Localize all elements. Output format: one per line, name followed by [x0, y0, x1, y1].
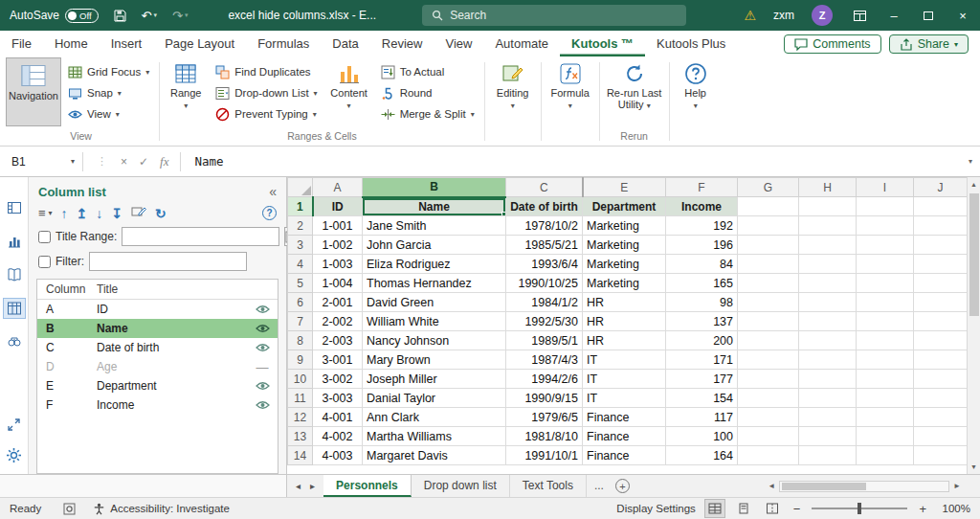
row-header[interactable]: 5: [288, 274, 313, 293]
cell-empty[interactable]: [914, 389, 968, 408]
cell[interactable]: Danial Taylor: [363, 389, 506, 408]
normal-view-button[interactable]: [705, 500, 724, 517]
eye-icon[interactable]: [247, 400, 278, 410]
cell[interactable]: 1990/10/25: [506, 274, 583, 293]
autosave-switch[interactable]: Off: [65, 9, 99, 23]
editing-button[interactable]: Editing ▾: [488, 57, 538, 126]
row-header[interactable]: 13: [288, 427, 313, 446]
cell-empty[interactable]: [857, 255, 914, 274]
row-header[interactable]: 12: [288, 408, 313, 427]
tab-formulas[interactable]: Formulas: [246, 32, 321, 56]
cell-empty[interactable]: [738, 350, 799, 370]
hidden-dash-icon[interactable]: —: [247, 360, 278, 374]
expand-pane-icon[interactable]: [4, 415, 25, 434]
cell[interactable]: Eliza Rodriguez: [363, 255, 506, 274]
tab-file[interactable]: File: [0, 32, 43, 56]
cell[interactable]: HR: [583, 331, 666, 350]
move-to-bottom-button[interactable]: ↧: [111, 206, 122, 221]
column-header-B[interactable]: B: [363, 178, 506, 197]
avatar[interactable]: Z: [812, 5, 833, 26]
cell[interactable]: 1981/8/10: [506, 427, 583, 446]
cell[interactable]: Jane Smith: [363, 216, 506, 236]
column-header-F[interactable]: F: [666, 178, 738, 197]
cell[interactable]: 1978/10/2: [506, 216, 583, 236]
sheet-tab-personnels[interactable]: Personnels: [323, 475, 412, 497]
cell-empty[interactable]: [738, 370, 799, 389]
cell-empty[interactable]: [914, 293, 968, 312]
undo-button[interactable]: ↶ ▾: [134, 0, 165, 31]
next-sheet-button[interactable]: ▸: [310, 481, 315, 491]
zoom-out-button[interactable]: −: [791, 502, 803, 516]
share-button[interactable]: Share ▾: [889, 34, 969, 54]
find-replace-icon[interactable]: [4, 332, 25, 351]
column-list-item-D[interactable]: D Age —: [37, 357, 278, 376]
cell-empty[interactable]: [738, 216, 799, 236]
display-settings-button[interactable]: Display Settings: [616, 503, 695, 514]
content-button[interactable]: Content ▾: [324, 57, 374, 126]
pane-help-button[interactable]: ?: [262, 206, 277, 220]
cell[interactable]: Marketing: [583, 236, 666, 255]
select-all-corner[interactable]: [288, 178, 313, 197]
cell-empty[interactable]: [799, 446, 857, 465]
scroll-right-icon[interactable]: ►: [949, 482, 965, 490]
cell-empty[interactable]: [857, 408, 914, 427]
cell-empty[interactable]: [799, 274, 857, 293]
horizontal-scrollbar[interactable]: ◄ ►: [764, 475, 980, 497]
column-list-item-A[interactable]: A ID: [37, 300, 278, 319]
cell[interactable]: 1987/4/3: [506, 350, 583, 370]
eye-icon[interactable]: [247, 381, 278, 391]
zoom-level[interactable]: 100%: [938, 503, 970, 514]
cell[interactable]: 1-001: [313, 216, 363, 236]
cell-B1-selected[interactable]: Name: [363, 197, 506, 216]
cell-empty[interactable]: [914, 236, 968, 255]
cell[interactable]: IT: [583, 350, 666, 370]
edit-range-button[interactable]: [131, 205, 146, 221]
cell-empty[interactable]: [738, 197, 799, 216]
cell[interactable]: Finance: [583, 427, 666, 446]
move-down-button[interactable]: ↓: [96, 206, 102, 221]
cell-empty[interactable]: [738, 312, 799, 331]
cell-empty[interactable]: [799, 427, 857, 446]
scroll-left-icon[interactable]: ◄: [764, 482, 779, 490]
column-list-item-C[interactable]: C Date of birth: [37, 338, 278, 357]
tab-data[interactable]: Data: [321, 32, 369, 56]
cell[interactable]: 100: [666, 427, 738, 446]
vertical-scrollbar[interactable]: ▲ ▼: [967, 177, 980, 474]
column-header-G[interactable]: G: [738, 178, 799, 197]
save-button[interactable]: [106, 0, 134, 31]
tab-view[interactable]: View: [434, 32, 483, 56]
horizontal-scroll-thumb[interactable]: [782, 483, 866, 490]
cell[interactable]: Marketing: [583, 274, 666, 293]
cell-empty[interactable]: [857, 370, 914, 389]
scroll-down-icon[interactable]: ▼: [970, 460, 977, 474]
eye-icon[interactable]: [247, 324, 278, 333]
enter-button[interactable]: ✓: [139, 155, 148, 169]
cell[interactable]: Joseph Miller: [363, 370, 506, 389]
column-header-H[interactable]: H: [799, 178, 857, 197]
column-list-icon[interactable]: [4, 299, 25, 318]
workbook-sheet-icon[interactable]: [4, 198, 25, 217]
cell[interactable]: 164: [666, 446, 738, 465]
search-box[interactable]: Search: [422, 5, 686, 26]
row-header[interactable]: 10: [288, 370, 313, 389]
filter-checkbox[interactable]: [38, 256, 51, 268]
cell[interactable]: 2-001: [313, 293, 363, 312]
cell-empty[interactable]: [799, 370, 857, 389]
rerun-last-utility-button[interactable]: Re-run Last Utility ▾: [603, 57, 666, 126]
cell-F1[interactable]: Income: [666, 197, 738, 216]
cell[interactable]: 171: [666, 350, 738, 370]
cell-empty[interactable]: [738, 274, 799, 293]
help-button[interactable]: Help ▾: [673, 57, 719, 126]
filter-input[interactable]: [89, 252, 247, 271]
cell-empty[interactable]: [738, 446, 799, 465]
cell-empty[interactable]: [799, 331, 857, 350]
eye-icon[interactable]: [247, 343, 278, 352]
name-box[interactable]: B1 ▾: [0, 155, 82, 169]
cell-empty[interactable]: [738, 331, 799, 350]
zoom-slider-thumb[interactable]: [858, 503, 861, 514]
cell[interactable]: 4-002: [313, 427, 363, 446]
view-button[interactable]: View ▾: [63, 103, 154, 124]
macro-record-button[interactable]: [55, 503, 84, 515]
cell[interactable]: 1991/10/1: [506, 446, 583, 465]
cell[interactable]: Ann Clark: [363, 408, 506, 427]
